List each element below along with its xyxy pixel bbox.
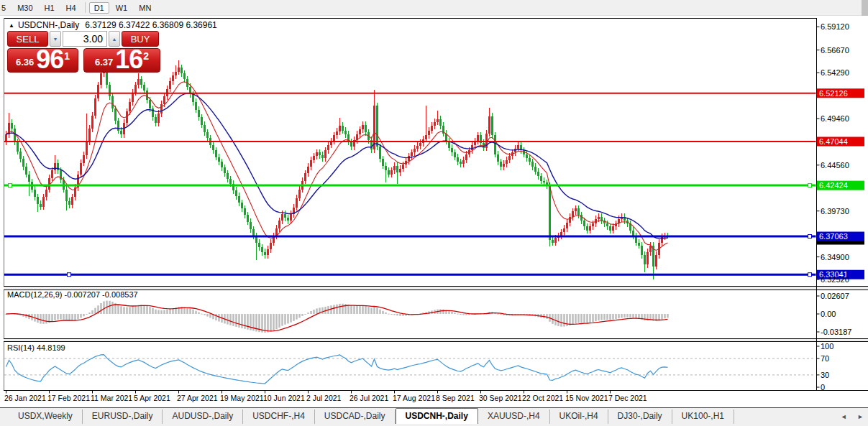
chart-title: ▲USDCNH-,Daily6.37129 6.37422 6.36809 6.… bbox=[9, 20, 217, 30]
tab-xauusd-h4[interactable]: XAUUSD-,H4 bbox=[478, 409, 550, 424]
macd-histogram-bar bbox=[350, 305, 352, 314]
macd-histogram-bar bbox=[595, 314, 597, 321]
candle-down bbox=[183, 73, 186, 79]
candle-down bbox=[376, 106, 378, 147]
collapse-chart-icon[interactable]: ▲ bbox=[9, 22, 14, 29]
candle-down bbox=[494, 135, 496, 154]
macd-histogram-bar bbox=[563, 314, 565, 327]
macd-histogram-bar bbox=[77, 314, 79, 319]
date-tick-label: 30 Sep 2021 bbox=[479, 394, 522, 402]
candle-up bbox=[172, 75, 174, 81]
candle-down bbox=[388, 170, 390, 174]
line-handle[interactable] bbox=[808, 273, 812, 277]
timeframe-button-mn[interactable]: MN bbox=[134, 2, 156, 14]
candle-up bbox=[83, 155, 85, 163]
candle-up bbox=[655, 255, 657, 267]
candle-down bbox=[198, 110, 200, 118]
candle-up bbox=[437, 119, 439, 122]
timeframe-button-m30[interactable]: M30 bbox=[12, 2, 37, 14]
tab-scroll-right-icon[interactable]: ► bbox=[857, 413, 864, 420]
tab-uk100-h1[interactable]: UK100-,H1 bbox=[672, 409, 734, 424]
tab-usdcad-daily[interactable]: USDCAD-,Daily bbox=[315, 409, 396, 424]
timeframe-button-d1[interactable]: D1 bbox=[89, 2, 109, 14]
candle-up bbox=[160, 104, 163, 114]
candle-down bbox=[606, 223, 608, 226]
candle-up bbox=[647, 252, 649, 264]
rsi-axis-label: 30 bbox=[821, 371, 829, 379]
candle-down bbox=[287, 218, 289, 221]
macd-histogram-bar bbox=[86, 314, 88, 315]
candle-down bbox=[244, 208, 246, 215]
price-tick-label: 6.54290 bbox=[821, 68, 849, 77]
candle-up bbox=[178, 68, 180, 71]
macd-histogram-bar bbox=[100, 303, 102, 314]
axes-layer: 6.521266.470446.424246.370636.330416.591… bbox=[4, 22, 864, 402]
macd-histogram-bar bbox=[465, 314, 467, 315]
candle-up bbox=[310, 160, 312, 167]
tab-usdx-weekly[interactable]: USDX,Weekly bbox=[9, 409, 83, 424]
macd-histogram-bar bbox=[396, 314, 398, 315]
tab-audusd-daily[interactable]: AUDUSD-,Daily bbox=[163, 409, 243, 424]
macd-histogram-bar bbox=[192, 310, 194, 314]
candle-down bbox=[342, 126, 344, 131]
ask-price-box[interactable]: 6.37 16 2 bbox=[83, 48, 160, 73]
tab-dj30-daily[interactable]: DJ30-,Daily bbox=[608, 409, 672, 424]
candle-up bbox=[100, 73, 102, 85]
macd-histogram-bar bbox=[612, 314, 614, 320]
candle-down bbox=[344, 131, 347, 134]
macd-histogram-bar bbox=[603, 314, 606, 320]
candle-up bbox=[267, 249, 269, 255]
tab-scroll-left-icon[interactable]: ◄ bbox=[841, 413, 847, 420]
macd-histogram-bar bbox=[623, 314, 626, 318]
candle-up bbox=[462, 160, 465, 164]
candle-down bbox=[382, 159, 384, 165]
timeframe-button-m5[interactable]: 5 bbox=[1, 2, 11, 14]
candle-down bbox=[241, 203, 243, 208]
macd-histogram-bar bbox=[201, 314, 203, 315]
line-price-tag-text: 6.37063 bbox=[819, 232, 848, 241]
candle-up bbox=[94, 98, 96, 116]
timeframe-toolbar: 5 M30 H1 H4 D1 W1 MN bbox=[0, 0, 868, 16]
macd-histogram-bar bbox=[281, 314, 283, 326]
candle-up bbox=[137, 79, 140, 85]
macd-histogram-bar bbox=[557, 314, 559, 326]
macd-histogram-bar bbox=[618, 314, 620, 318]
macd-histogram-bar bbox=[500, 314, 502, 315]
candle-up bbox=[402, 165, 404, 168]
tab-ukoil-h4[interactable]: UKOil-,H4 bbox=[550, 409, 608, 424]
candle-down bbox=[586, 226, 588, 230]
ma-slow-line bbox=[6, 93, 668, 239]
line-handle[interactable] bbox=[9, 184, 12, 187]
candle-up bbox=[304, 173, 306, 181]
macd-histogram-bar bbox=[546, 314, 548, 319]
candle-up bbox=[612, 226, 614, 230]
timeframe-button-h4[interactable]: H4 bbox=[61, 2, 81, 14]
tab-usdcnh-daily[interactable]: USDCNH-,Daily bbox=[396, 408, 478, 424]
tab-eurusd-daily[interactable]: EURUSD-,Daily bbox=[83, 409, 163, 424]
bid-price-box[interactable]: 6.36 96 1 bbox=[7, 48, 78, 73]
price-tick-label: 6.34900 bbox=[821, 253, 849, 261]
macd-histogram-bar bbox=[163, 310, 165, 314]
line-handle[interactable] bbox=[808, 235, 812, 239]
macd-histogram-bar bbox=[103, 301, 105, 314]
candle-up bbox=[278, 221, 280, 228]
macd-histogram-bar bbox=[270, 314, 272, 332]
macd-histogram-bar bbox=[63, 314, 65, 320]
macd-histogram-bar bbox=[241, 314, 243, 328]
timeframe-button-h1[interactable]: H1 bbox=[40, 2, 60, 14]
price-chart[interactable]: 6.521266.470446.424246.370636.330416.591… bbox=[0, 18, 868, 407]
tab-usdchf-h4[interactable]: USDCHF-,H4 bbox=[243, 409, 315, 424]
chart-window: 6.521266.470446.424246.370636.330416.591… bbox=[0, 18, 868, 407]
volume-input[interactable] bbox=[63, 31, 107, 47]
line-handle[interactable] bbox=[68, 273, 71, 277]
date-tick-label: 8 Sep 2021 bbox=[436, 394, 475, 402]
macd-histogram-bar bbox=[166, 310, 168, 314]
candle-down bbox=[379, 147, 381, 159]
price-tick-label: 6.39730 bbox=[821, 207, 849, 216]
macd-histogram-bar bbox=[218, 314, 220, 322]
timeframe-button-w1[interactable]: W1 bbox=[111, 2, 133, 14]
candle-down bbox=[543, 181, 545, 183]
line-handle[interactable] bbox=[808, 184, 812, 187]
macd-histogram-bar bbox=[57, 314, 59, 320]
macd-histogram-bar bbox=[635, 314, 637, 318]
